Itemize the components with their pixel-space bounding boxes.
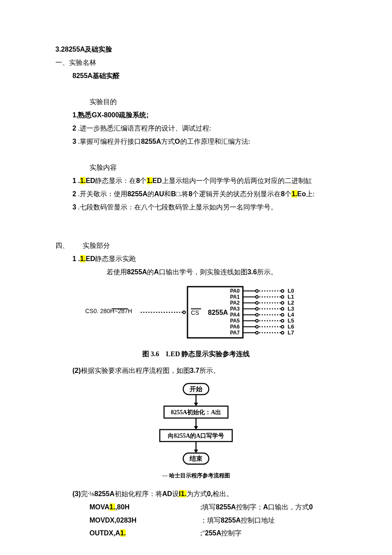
op: OUTDX,A [89, 529, 120, 537]
diagram-caption: 图 3.6 LED 静态显示实验参考连线 [55, 348, 337, 360]
svg-point-26 [256, 320, 258, 322]
svg-point-2 [183, 311, 185, 314]
svg-text:L0: L0 [288, 288, 294, 294]
paragraph-3: (3)完·⅛8255A初始化程序：将AD设I1.为方式0,检出。 [55, 488, 337, 500]
svg-text:PA6: PA6 [230, 324, 240, 330]
highlight: 1. [80, 255, 86, 262]
s2-item-2: 2 2 .进一步熟悉汇编语言程序的设计、调试过程:.进一步熟悉汇编语言程序的设计… [55, 122, 337, 135]
svg-text:L5: L5 [288, 317, 294, 324]
svg-text:PA0: PA0 [230, 288, 240, 294]
s2-item-1-text: 1,熟悉GX-8000疏脸系统; [72, 111, 149, 119]
code-row: MOVA1.,80H ;填写8255A控制字；A口输出，方式0 [89, 501, 337, 514]
op: MOVA [89, 503, 110, 511]
operand: ,80H [115, 503, 130, 511]
svg-point-43 [281, 325, 284, 328]
highlight: I1. [179, 490, 187, 497]
highlight: 1. [80, 177, 86, 184]
svg-text:L3: L3 [288, 305, 294, 312]
code-row: MOVDX,0283H ；填写8255A控制口地址 [89, 514, 337, 527]
svg-text:PA5: PA5 [230, 318, 240, 324]
svg-point-24 [256, 308, 258, 310]
document-header: 3.28255A及础实脸 [55, 44, 337, 56]
svg-point-38 [281, 296, 284, 298]
svg-text:L6: L6 [288, 323, 294, 330]
wiring-diagram: CS0. 280H~287H CS 8255A PA0PA1PA2PA3 PA4… [55, 282, 337, 360]
svg-text:PA4: PA4 [230, 312, 240, 318]
svg-point-41 [281, 314, 284, 316]
svg-text:结束: 结束 [189, 455, 202, 462]
code-block: MOVA1.,80H ;填写8255A控制字；A口输出，方式0 MOVDX,02… [55, 501, 337, 540]
svg-point-37 [281, 290, 284, 292]
svg-point-22 [256, 296, 258, 298]
svg-point-39 [281, 302, 284, 304]
svg-text:L7: L7 [288, 329, 294, 336]
paragraph-2: (2)根据实验要求画出程序流程图，如图3.7所示。 [55, 365, 337, 377]
comment: ；填写8255A控制口地址 [200, 514, 337, 527]
svg-point-40 [281, 308, 284, 310]
section-1-title: 一、实验名林 [55, 57, 337, 69]
svg-text:开始: 开始 [189, 386, 203, 392]
num: 1 . [72, 177, 80, 184]
section-2-title: 实验目的 [55, 96, 337, 108]
svg-text:8255A初始化：A出: 8255A初始化：A出 [171, 409, 221, 416]
s2-item-1: 1,熟悉GX-8000疏脸系统; [55, 109, 337, 122]
svg-text:L1: L1 [288, 293, 294, 300]
s3-item-2: 2 .开关敬示：使用8255A的AU和B□.将8个逻辑开关的状态分别显示在8个1… [55, 188, 337, 200]
svg-point-25 [256, 314, 258, 316]
highlight: 1. [120, 529, 126, 537]
svg-point-42 [281, 320, 284, 322]
num: 1 . [72, 255, 80, 262]
cs-label: CS0. 280H~287H [85, 308, 132, 314]
chip-label: 8255A [208, 309, 228, 316]
svg-text:PA7: PA7 [230, 330, 240, 336]
s4-item-1-desc: 若使用8255A的A口输出学号，则实脸连线如图3.6所示。 [55, 266, 337, 279]
svg-point-28 [256, 331, 258, 334]
cs-pin: CS [191, 309, 199, 316]
s4-item-1: 1 .1.ED静态显示实跄 [55, 253, 337, 265]
highlight: 1. [291, 190, 297, 198]
highlight: 1. [110, 503, 115, 511]
section-3-title: 实脸内容 [55, 162, 337, 174]
svg-point-44 [281, 331, 284, 334]
code-row: OUTDX,A1. ;"255A控制字 [89, 527, 337, 540]
comment: ;填写8255A控制字；A口输出，方式0 [200, 501, 337, 514]
svg-text:向8255A的A口写学号: 向8255A的A口写学号 [168, 433, 224, 439]
svg-text:PA3: PA3 [230, 306, 240, 312]
op: MOVDX,0283H [89, 514, 200, 527]
svg-point-27 [256, 325, 258, 328]
section-4-title: 四、 实脸部分 [55, 240, 337, 252]
section-1-body: 8255A基础实醛 [55, 70, 337, 82]
s2-item-3: 3 .掌握可编程并行接口8255A方式O的工作原理和汇编方法: [55, 136, 337, 148]
highlight: 1. [147, 177, 152, 184]
svg-text:PA1: PA1 [230, 294, 240, 300]
svg-text:L4: L4 [288, 311, 294, 318]
svg-point-23 [256, 302, 258, 304]
comment: ;"255A控制字 [200, 527, 337, 540]
svg-text:--- 哈士目示程序参考流程图: --- 哈士目示程序参考流程图 [162, 472, 230, 479]
svg-point-21 [256, 290, 258, 292]
svg-text:L2: L2 [288, 299, 294, 306]
svg-text:PA2: PA2 [230, 300, 240, 306]
s3-item-1: 1 .1.ED静态显示：在8个1.ED上显示组内一个同学学号的后两位对应的二进制… [55, 175, 337, 187]
flowchart: 开始 8255A初始化：A出 向8255A的A口写学号 结束 --- 哈士目示程… [55, 381, 337, 484]
s3-item-3: 3 .七段数码管显示：在八个七段数码管上显示如内另一名同学学号。 [55, 201, 337, 214]
